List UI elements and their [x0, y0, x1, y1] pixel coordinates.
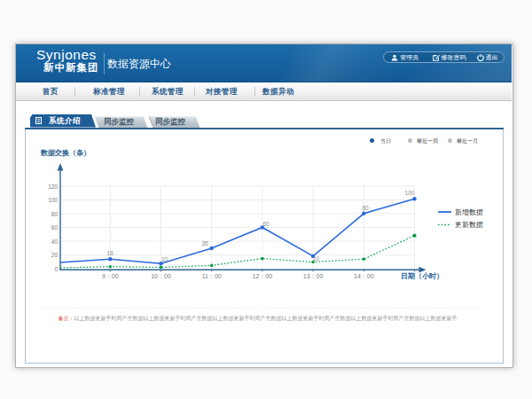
svg-text:80: 80 — [51, 211, 59, 217]
svg-text:60: 60 — [262, 221, 270, 227]
svg-text:40: 40 — [51, 239, 59, 245]
svg-text:13：00: 13：00 — [303, 273, 324, 279]
svg-text:11：00: 11：00 — [202, 273, 222, 279]
svg-text:10: 10 — [161, 256, 168, 262]
svg-text:35: 35 — [201, 240, 208, 246]
svg-text:10：00: 10：00 — [151, 273, 171, 279]
svg-text:80: 80 — [362, 205, 369, 211]
svg-text:20: 20 — [51, 252, 59, 258]
svg-text:10: 10 — [313, 255, 320, 262]
svg-text:0: 0 — [54, 266, 58, 272]
svg-text:100: 100 — [405, 190, 415, 196]
svg-text:18: 18 — [106, 250, 113, 256]
svg-text:14：00: 14：00 — [354, 273, 374, 279]
svg-text:9：00: 9：00 — [102, 273, 119, 279]
svg-text:60: 60 — [51, 224, 59, 231]
svg-text:120: 120 — [48, 184, 58, 190]
svg-text:100: 100 — [48, 197, 58, 203]
svg-text:12：00: 12：00 — [253, 273, 273, 279]
